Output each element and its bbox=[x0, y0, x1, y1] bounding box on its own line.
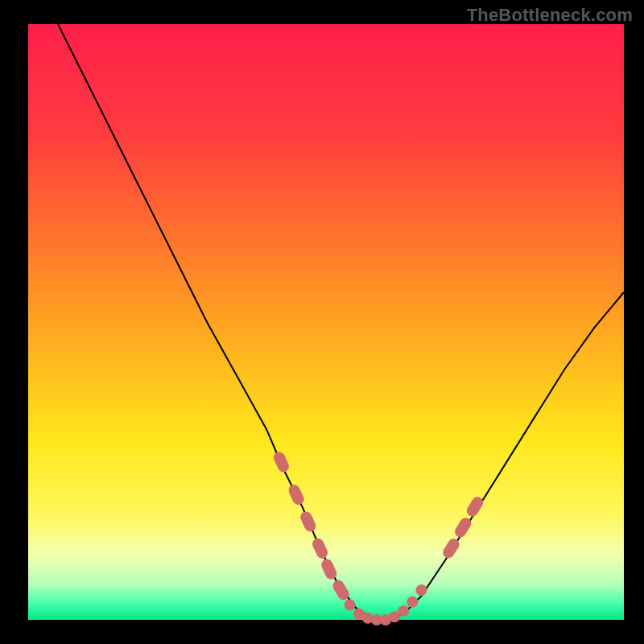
watermark-text: TheBottleneck.com bbox=[467, 5, 633, 26]
curve-marker-dot bbox=[407, 597, 418, 608]
chart-frame: TheBottleneck.com bbox=[0, 0, 644, 644]
curve-marker-dot bbox=[415, 584, 427, 596]
curve-marker-dot bbox=[398, 605, 409, 617]
chart-background bbox=[28, 24, 624, 620]
curve-marker-dot bbox=[345, 600, 356, 611]
bottleneck-chart bbox=[0, 0, 644, 644]
